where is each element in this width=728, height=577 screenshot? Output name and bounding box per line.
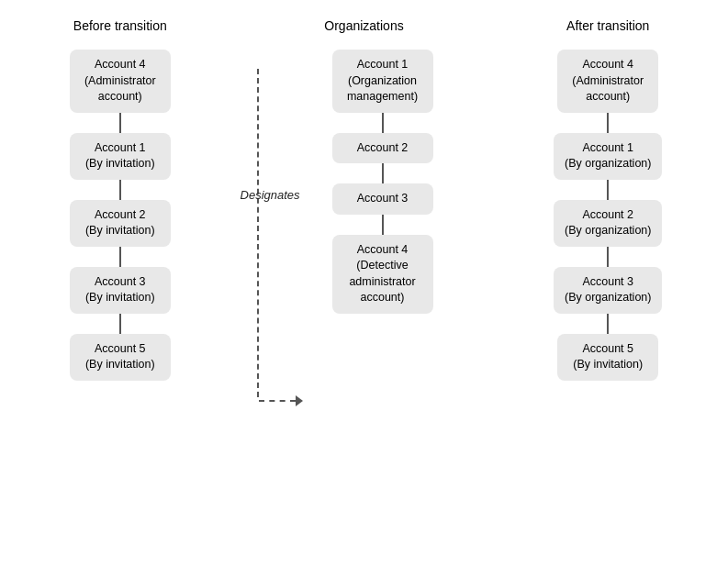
- connector-b2: [119, 180, 121, 200]
- org-node-3: Account 3: [332, 183, 433, 215]
- designates-label: Designates: [241, 188, 300, 202]
- before-node-2: Account 1(By invitation): [70, 133, 171, 180]
- connector-b1: [119, 113, 121, 133]
- dashed-horizontal-row: [259, 395, 303, 406]
- connector-a1: [607, 113, 609, 133]
- dashed-line-container: [257, 69, 303, 406]
- org-node-4: Account 4(Detectiveadministratoraccount): [332, 235, 433, 314]
- connector-b3: [119, 247, 121, 267]
- connector-o1: [382, 113, 384, 133]
- before-node-4: Account 3(By invitation): [70, 267, 171, 314]
- diagram: Before transition Account 4(Administrato…: [0, 0, 728, 577]
- after-column: After transition Account 4(Administrator…: [497, 18, 719, 381]
- before-column: Before transition Account 4(Administrato…: [9, 18, 231, 381]
- org-node-1: Account 1(Organizationmanagement): [332, 50, 433, 113]
- after-node-1: Account 4(Administratoraccount): [557, 50, 658, 113]
- after-node-4: Account 3(By organization): [554, 267, 663, 314]
- connector-o3: [382, 215, 384, 235]
- organizations-title: Organizations: [324, 18, 403, 33]
- after-title: After transition: [566, 18, 649, 33]
- before-node-3: Account 2(By invitation): [70, 200, 171, 247]
- before-title: Before transition: [73, 18, 167, 33]
- connector-a4: [607, 314, 609, 334]
- connector-a2: [607, 180, 609, 200]
- org-inner: Account 1(Organizationmanagement) Accoun…: [332, 50, 433, 314]
- connector-o2: [382, 163, 384, 183]
- before-node-5: Account 5(By invitation): [70, 334, 171, 381]
- after-node-2: Account 1(By organization): [554, 133, 663, 180]
- connector-b4: [119, 314, 121, 334]
- org-node-2: Account 2: [332, 133, 433, 164]
- after-node-5: Account 5(By invitation): [557, 334, 658, 381]
- after-node-3: Account 2(By organization): [554, 200, 663, 247]
- dashed-vertical: [257, 69, 259, 397]
- before-node-1: Account 4(Administratoraccount): [70, 50, 171, 113]
- connector-a3: [607, 247, 609, 267]
- arrow-right-icon: [296, 395, 303, 406]
- organizations-column: Organizations Designates Account 1(Organ…: [231, 18, 498, 314]
- dashed-horizontal: [259, 400, 296, 402]
